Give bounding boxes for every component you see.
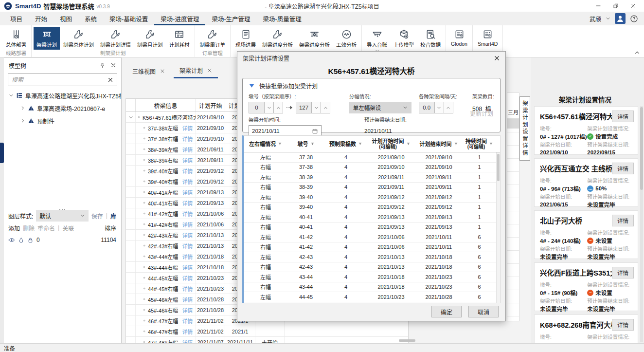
detail-link[interactable]: 详情 xyxy=(182,263,193,271)
ribbon-button[interactable]: 总体部署 xyxy=(3,27,29,50)
ribbon-button[interactable]: 计划耗材 xyxy=(166,27,193,50)
add-layer-link[interactable]: 添加 xyxy=(8,224,20,232)
stepper-down-button[interactable] xyxy=(264,102,274,113)
stepper-up-button[interactable] xyxy=(444,102,453,113)
bridge-span-row[interactable]: 46#-47#右幅详情 2021/11/02 2021/1 xyxy=(126,326,408,337)
menu-item[interactable]: 梁场-基础设置 xyxy=(103,12,154,25)
span-plan-row[interactable]: 左幅 42-43 4 2021/10/13 2021/10/18 6 xyxy=(244,252,500,262)
ribbon-collapse-icon[interactable] xyxy=(634,50,640,56)
detail-link[interactable]: 详情 xyxy=(182,210,193,218)
span-plan-row[interactable]: 右幅 41-42 4 2021/10/06 2021/10/11 6 xyxy=(244,242,500,253)
update-plan-button[interactable]: 更新计划 xyxy=(470,109,493,117)
menu-item[interactable]: 梁场-生产管理 xyxy=(205,12,256,25)
rename-layer-link[interactable]: 重命名 xyxy=(37,224,55,232)
detail-button[interactable]: 详情 xyxy=(612,111,634,122)
column-header[interactable]: 计划开始时间(可编辑) xyxy=(367,138,415,150)
detail-link[interactable]: 详情 xyxy=(182,274,193,282)
filter-icon[interactable] xyxy=(454,142,458,146)
detail-link[interactable]: 详情 xyxy=(182,253,193,260)
chevron-down-icon[interactable] xyxy=(606,16,610,21)
span-plan-row[interactable]: 左幅 40-41 4 2021/09/13 2021/09/13 1 xyxy=(244,212,500,222)
ribbon-button[interactable]: 架梁进度分析 xyxy=(296,27,333,50)
span-plan-row[interactable]: 左幅 41-42 4 2021/10/06 2021/10/11 6 xyxy=(244,232,500,242)
pin-icon[interactable] xyxy=(99,62,106,69)
detail-link[interactable]: 详情 xyxy=(182,242,193,250)
detail-link[interactable]: 详情 xyxy=(182,199,193,207)
filter-icon[interactable] xyxy=(278,142,282,146)
detail-link[interactable]: 详情 xyxy=(182,296,193,303)
library-link[interactable]: 库 xyxy=(110,212,116,220)
column-header[interactable]: 计划开始 xyxy=(196,99,225,111)
relate-link[interactable]: 关联 xyxy=(62,224,74,232)
close-button[interactable] xyxy=(626,0,641,11)
detail-link[interactable]: 详情 xyxy=(182,306,193,314)
user-name[interactable]: 武颀 xyxy=(590,15,601,23)
span-plan-row[interactable]: 左幅 43-44 4 2021/10/18 2021/10/23 6 xyxy=(244,272,500,282)
detail-button[interactable]: 详情 xyxy=(612,163,634,174)
span-plan-row[interactable]: 左幅 44-45 4 2021/10/23 2021/10/28 6 xyxy=(244,292,500,302)
chevron-down-icon[interactable] xyxy=(9,93,14,98)
ribbon-button[interactable]: 制梁进度分析 xyxy=(259,27,296,50)
span-plan-row[interactable]: 右幅 42-43 4 2021/10/13 2021/10/18 6 xyxy=(244,262,500,273)
close-icon[interactable] xyxy=(110,62,116,68)
bridge-span-row[interactable]: 47#-48#左幅详情 2021/11/07 2021/11/11 未开始 xyxy=(126,337,408,343)
dialog-close-icon[interactable] xyxy=(494,55,500,61)
stepper-down-button[interactable] xyxy=(434,102,444,113)
detail-link[interactable]: 详情 xyxy=(182,317,193,325)
detail-link[interactable]: 详情 xyxy=(182,124,193,132)
ribbon-button[interactable]: 制梁月计划 xyxy=(134,27,166,50)
ok-button[interactable]: 确定 xyxy=(431,306,462,317)
plan-settings-vertical-tab[interactable]: 架梁计划设置详情 xyxy=(519,96,530,161)
calendar-icon[interactable] xyxy=(312,128,318,134)
menu-item[interactable]: 开始 xyxy=(29,12,54,25)
detail-link[interactable]: 详情 xyxy=(182,285,193,293)
ribbon-button[interactable]: 导入台账 xyxy=(364,27,390,53)
detail-button[interactable]: 详情 xyxy=(612,319,634,331)
horizontal-scrollbar-thumb[interactable] xyxy=(399,339,415,342)
filter-icon[interactable] xyxy=(310,142,315,146)
detail-link[interactable]: 详情 xyxy=(182,338,193,344)
filter-icon[interactable] xyxy=(489,142,493,146)
ribbon-button[interactable]: 现场进展 xyxy=(233,27,259,50)
panel-scrollbar[interactable] xyxy=(640,106,643,342)
tab-close-icon[interactable] xyxy=(160,69,165,74)
column-header[interactable]: 持续时间(可编辑) xyxy=(462,138,497,150)
stepper-up-button[interactable] xyxy=(273,102,283,113)
ribbon-button[interactable]: 校合数据 xyxy=(417,27,444,53)
ribbon-button[interactable]: 工效分析 xyxy=(333,27,359,50)
span-plan-row[interactable]: 左幅 37-38 4 2021/09/10 2021/09/10 1 xyxy=(244,152,500,163)
lock-icon[interactable] xyxy=(27,237,34,243)
tree-item[interactable]: 预制件 xyxy=(4,114,121,127)
detail-button[interactable]: 详情 xyxy=(612,215,634,226)
scrollbar-thumb[interactable] xyxy=(640,107,643,190)
column-header[interactable]: 预制梁榀数 xyxy=(325,141,367,147)
document-tab[interactable]: 架梁计划 xyxy=(174,64,218,78)
stepper-down-button[interactable] xyxy=(311,102,321,113)
chevron-right-icon[interactable] xyxy=(20,106,25,111)
detail-button[interactable]: 详情 xyxy=(612,267,634,278)
stepper-up-button[interactable] xyxy=(321,102,330,113)
span-plan-row[interactable]: 右幅 37-38 4 2021/09/10 2021/09/10 1 xyxy=(244,163,500,173)
help-button[interactable] xyxy=(630,15,638,23)
ribbon-button[interactable]: Smart4D xyxy=(475,27,501,50)
ribbon-button[interactable]: 制梁周订单 xyxy=(197,27,229,50)
layer-style-select[interactable]: 默认 xyxy=(36,210,89,222)
ribbon-button[interactable]: 架梁计划 xyxy=(34,27,60,50)
delete-layer-link[interactable]: 删除 xyxy=(23,224,35,232)
tab-close-icon[interactable] xyxy=(207,68,212,73)
chevron-down-icon[interactable] xyxy=(128,115,133,120)
menu-item[interactable]: 梁场-进度管理 xyxy=(154,12,205,25)
minimize-button[interactable] xyxy=(590,0,606,11)
span-plan-row[interactable]: 右幅 43-44 4 2021/10/18 2021/10/23 6 xyxy=(244,282,500,293)
detail-link[interactable]: 详情 xyxy=(182,188,193,196)
tree-item[interactable]: 阜溧高速梁场-20210607-e xyxy=(4,102,121,114)
tree-root-item[interactable]: 阜溧高速公路建湖至兴化段JHX-TZ5标项目 xyxy=(4,89,121,102)
column-header[interactable]: 计划结束时间 xyxy=(415,141,462,147)
span-plan-row[interactable]: 右幅 38-39 4 2021/09/11 2021/09/11 1 xyxy=(244,183,500,193)
scrollbar-thumb[interactable] xyxy=(497,154,500,181)
column-header[interactable]: 桥梁信息 xyxy=(136,99,196,111)
sort-link[interactable]: 排序 xyxy=(105,224,116,232)
detail-link[interactable]: 详情 xyxy=(182,178,193,185)
span-plan-row[interactable]: 右幅 40-41 4 2021/09/13 2021/09/13 1 xyxy=(244,222,500,233)
split-select[interactable]: 单左幅架设 xyxy=(349,102,411,113)
